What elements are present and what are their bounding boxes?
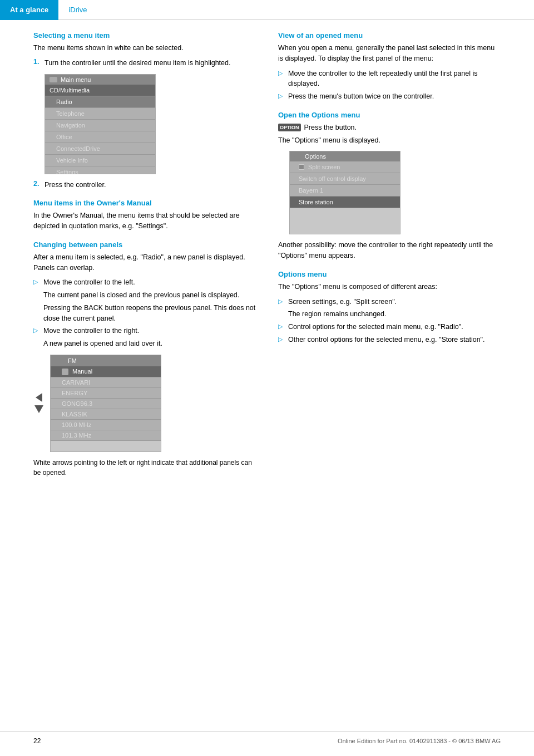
step-1-number: 1. (33, 58, 42, 68)
bullet-text-screen-settings: Screen settings, e.g. "Split screen". (288, 297, 397, 307)
tab-active-label: At a glance (10, 6, 48, 14)
bullet-text-press-menu: Press the menu's button twice on the con… (288, 91, 434, 102)
options-item-bayern[interactable]: Bayern 1 (290, 185, 400, 197)
main-menu-screenshot-container: Main menu CD/Multimedia Radio Telephone … (44, 74, 256, 174)
section-body-changing: After a menu item is selected, e.g. "Rad… (33, 252, 256, 273)
page-number: 22 (33, 737, 41, 745)
header-bar: At a glance iDrive (0, 0, 534, 20)
fm-title-bar: FM (51, 355, 161, 366)
footer: 22 Online Edition for Part no. 014029113… (0, 731, 534, 745)
menu-item-connecteddrive[interactable]: ConnectedDrive (45, 143, 155, 155)
options-screen: Options Split screen Switch off control … (289, 151, 400, 234)
section-heading-changing: Changing between panels (33, 240, 256, 249)
split-screen-check-icon (299, 164, 304, 170)
step-2-text: Press the controller. (44, 180, 106, 190)
sub-text-back-button: Pressing the BACK button reopens the pre… (43, 303, 256, 324)
tab-at-a-glance[interactable]: At a glance (0, 0, 58, 20)
bullet-other-control: ▷ Other control options for the selected… (278, 335, 501, 345)
fm-item-carivari[interactable]: CARIVARI (51, 377, 161, 388)
section-heading-selecting: Selecting a menu item (33, 31, 256, 40)
options-btn-icon[interactable]: OPTION (278, 124, 301, 131)
section-heading-options-menu: Open the Options menu (278, 111, 501, 119)
fm-star-icon (55, 357, 63, 365)
bullet-screen-settings: ▷ Screen settings, e.g. "Split screen". (278, 297, 501, 307)
fm-item-manual[interactable]: Manual (51, 366, 161, 377)
step-2: 2. Press the controller. (33, 180, 256, 190)
section-body-view-opened: When you open a menu, generally the pane… (278, 43, 501, 64)
section-body-selecting: The menu items shown in white can be sel… (33, 43, 256, 53)
fm-item-klassik[interactable]: KLASSIK (51, 409, 161, 420)
menu-item-cd[interactable]: CD/Multimedia (45, 85, 155, 96)
fm-item-100mhz[interactable]: 100.0 MHz (51, 420, 161, 430)
bullet-text-move-right: Move the controller to the right. (43, 326, 139, 336)
sub-text-region: The region remains unchanged. (288, 309, 501, 320)
tab-idrive[interactable]: iDrive (58, 0, 97, 20)
section-heading-options-desc: Options menu (278, 270, 501, 278)
footer-copyright: Online Edition for Part no. 01402911383 … (338, 738, 501, 744)
section-heading-menu-items: Menu items in the Owner's Manual (33, 199, 256, 207)
right-column: View of an opened menu When you open a m… (278, 31, 501, 482)
fm-item-energy[interactable]: ENERGY (51, 388, 161, 399)
tab-inactive-label: iDrive (68, 6, 87, 14)
bullet-control-options: ▷ Control options for the selected main … (278, 322, 501, 332)
menu-title-bar: Main menu (45, 75, 155, 85)
options-title-bar: Options (290, 151, 400, 161)
menu-item-telephone[interactable]: Telephone (45, 108, 155, 120)
fm-item-101mhz[interactable]: 101.3 MHz (51, 430, 161, 441)
options-screenshot-container: Options Split screen Switch off control … (289, 151, 501, 234)
step-1-text: Turn the controller until the desired me… (44, 58, 230, 68)
options-item-switch-off[interactable]: Switch off control display (290, 173, 400, 185)
sub-text-current-panel: The current panel is closed and the prev… (43, 290, 256, 301)
left-column: Selecting a menu item The menu items sho… (33, 31, 256, 482)
menu-item-radio[interactable]: Radio (45, 96, 155, 108)
menu-title-text: Main menu (61, 76, 91, 83)
fm-item-gong[interactable]: GONG96.3 (51, 399, 161, 409)
page-wrapper: At a glance iDrive Selecting a menu item… (0, 0, 534, 756)
bullet-arrow-7: ▷ (278, 336, 285, 345)
another-possibility-text: Another possibility: move the controller… (278, 240, 501, 261)
section-heading-view-opened: View of an opened menu (278, 31, 501, 40)
left-arrow-icon (36, 393, 42, 402)
bullet-text-move-left-repeatedly: Move the controller to the left repeated… (288, 68, 501, 90)
press-button-text: Press the button. (304, 122, 357, 133)
content-area: Selecting a menu item The menu items sho… (0, 31, 534, 482)
down-arrow-icon (34, 405, 43, 413)
bullet-move-left-repeatedly: ▷ Move the controller to the left repeat… (278, 68, 501, 90)
fm-screenshot-container: FM Manual CARIVARI ENERGY GONG96.3 KLASS… (50, 355, 256, 452)
fm-caption: White arrows pointing to the left or rig… (33, 458, 256, 478)
menu-item-vehicle-info[interactable]: Vehicle Info (45, 155, 155, 166)
bullet-text-control-options: Control options for the selected main me… (288, 322, 463, 332)
menu-item-navigation[interactable]: Navigation (45, 120, 155, 131)
step-2-number: 2. (33, 180, 42, 190)
section-body-menu-items: In the Owner's Manual, the menu items th… (33, 210, 256, 232)
bullet-arrow-6: ▷ (278, 323, 285, 332)
bullet-text-move-left: Move the controller to the left. (43, 277, 135, 288)
options-displayed-text: The "Options" menu is displayed. (278, 135, 501, 146)
sub-text-new-panel: A new panel is opened and laid over it. (43, 338, 256, 349)
search-icon (62, 369, 68, 375)
bullet-press-menu-button: ▷ Press the menu's button twice on the c… (278, 91, 501, 102)
bullet-arrow-3: ▷ (278, 70, 285, 90)
options-title-text: Options (305, 153, 326, 160)
menu-title-icon (50, 77, 57, 82)
fm-title-text: FM (68, 357, 77, 364)
main-menu-screen: Main menu CD/Multimedia Radio Telephone … (44, 74, 156, 174)
bullet-arrow-4: ▷ (278, 92, 285, 102)
menu-item-office[interactable]: Office (45, 131, 155, 143)
bullet-text-other-control: Other control options for the selected m… (288, 335, 485, 345)
options-star-icon (294, 153, 301, 160)
options-item-store-station[interactable]: Store station (290, 197, 400, 208)
arrow-indicator (34, 393, 43, 413)
options-button-row: OPTION Press the button. (278, 122, 501, 133)
bullet-arrow-5: ▷ (278, 298, 285, 307)
bullet-arrow-1: ▷ (33, 278, 40, 288)
bullet-arrow-2: ▷ (33, 327, 40, 336)
section-body-options-desc: The "Options" menu is composed of differ… (278, 282, 501, 292)
step-1: 1. Turn the controller until the desired… (33, 58, 256, 68)
bullet-move-right: ▷ Move the controller to the right. (33, 326, 256, 336)
bullet-move-left: ▷ Move the controller to the left. (33, 277, 256, 288)
options-item-split-screen[interactable]: Split screen (290, 161, 400, 173)
fm-screen: FM Manual CARIVARI ENERGY GONG96.3 KLASS… (50, 355, 161, 452)
menu-item-settings[interactable]: Settings (45, 166, 155, 174)
